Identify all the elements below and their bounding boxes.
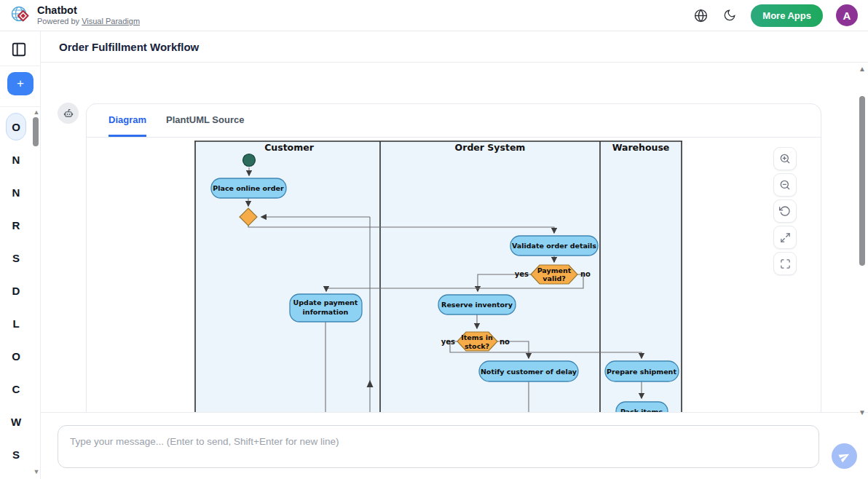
conversation-item-label: W [6,408,26,435]
chatbot-app: Chatbot Powered by Visual Paradigm More … [0,0,868,479]
chat-scrollbar-thumb[interactable] [859,96,865,266]
action-label: Prepare shipment [607,368,676,376]
conversation-item[interactable]: O [0,110,32,143]
decision-label: stock? [465,342,489,350]
globe-icon [694,9,708,23]
sidebar-scroll-up-arrow[interactable]: ▲ [32,108,41,116]
conversation-item-label: N [6,146,26,173]
conversation-item[interactable]: O [0,339,32,372]
visual-paradigm-logo-icon [10,5,31,25]
message-input[interactable] [58,425,819,468]
sidebar-scroll-down-arrow[interactable]: ▼ [32,468,41,475]
action-label: information [303,308,349,316]
tab-plantuml-source[interactable]: PlantUML Source [166,104,244,137]
edge-label-no: no [580,270,591,278]
conversation-item[interactable]: D [0,274,32,306]
edge-label-no: no [500,338,510,346]
conversation-item[interactable]: L [0,306,32,339]
fullscreen-corners-icon [780,258,791,269]
powered-by-text: Powered by [37,17,82,25]
lane-label-order-system: Order System [455,142,526,153]
edge-label-yes: yes [441,338,455,346]
conversation-item-label: N [6,178,26,206]
bot-message-card: Diagram PlantUML Source [86,103,821,412]
zoom-out-icon [779,179,791,191]
user-avatar[interactable]: A [836,4,858,26]
language-globe-button[interactable] [693,7,709,23]
brand-block: Chatbot Powered by Visual Paradigm [37,4,140,26]
conversation-item[interactable]: S [0,241,32,274]
new-chat-button[interactable]: + [7,72,33,95]
dark-mode-button[interactable] [722,7,738,23]
lane-label-customer: Customer [264,142,315,153]
powered-by: Powered by Visual Paradigm [37,17,140,26]
action-label: Validate order details [512,242,596,250]
bot-avatar [58,103,79,124]
left-sidebar: + O N N R S D L O C W S ▲ ▼ [0,31,41,479]
conversation-item[interactable]: R [0,208,32,241]
zoom-in-button[interactable] [773,147,797,170]
decision-label: Payment [537,266,572,274]
scroll-up-arrow[interactable]: ▲ [857,66,867,73]
order-fulfillment-activity-diagram: Customer Order System Warehouse [87,138,821,412]
lane-label-warehouse: Warehouse [612,142,670,153]
chat-scrollbar: ▲ ▼ [857,66,867,416]
app-title: Chatbot [37,4,140,17]
conversation-item[interactable]: S [0,438,32,470]
visual-paradigm-link[interactable]: Visual Paradigm [82,17,140,25]
page-title: Order Fulfillment Workflow [59,41,199,53]
action-label: Place online order [213,184,284,192]
decision-label: Items in [461,333,493,341]
conversation-item-label: L [6,309,26,337]
scroll-down-arrow[interactable]: ▼ [857,409,867,416]
header-actions: More Apps A [693,4,858,27]
conversation-item-label: S [6,440,26,468]
action-label: Reserve inventory [441,301,513,309]
conversation-item-label: O [6,113,26,140]
zoom-out-button[interactable] [773,173,797,197]
conversation-item[interactable]: N [0,175,32,208]
sidebar-divider [0,66,41,66]
expand-button[interactable] [773,226,797,249]
send-button[interactable] [832,443,857,469]
rotate-ccw-icon [779,205,791,217]
zoom-in-icon [779,153,791,165]
send-paper-plane-icon [837,448,853,464]
conversation-item[interactable]: N [0,143,32,175]
activity-diagram-canvas[interactable]: Customer Order System Warehouse [87,138,821,412]
conversation-list: O N N R S D L O C W S [0,110,32,470]
conversation-item-label: R [6,211,26,239]
decision-label: valid? [542,274,565,282]
expand-arrows-icon [780,232,791,243]
conversation-item-label: S [6,244,26,272]
conversation-item-label: D [6,277,26,304]
card-tabs: Diagram PlantUML Source [87,104,821,138]
start-node [243,154,256,167]
edge-label-yes: yes [515,270,529,278]
moon-icon [723,9,736,22]
tab-diagram[interactable]: Diagram [108,104,146,137]
sidebar-toggle-icon[interactable] [11,41,27,58]
action-label: Notify customer of delay [481,368,577,376]
conversation-item-label: C [6,375,26,403]
robot-icon [62,107,75,120]
sidebar-scrollbar-thumb[interactable] [33,117,39,146]
conversation-title-bar: Order Fulfillment Workflow [41,31,868,63]
conversation-item[interactable]: C [0,372,32,405]
sidebar-divider [0,106,41,107]
more-apps-button[interactable]: More Apps [751,4,823,27]
top-header: Chatbot Powered by Visual Paradigm More … [0,0,868,31]
fullscreen-button[interactable] [773,252,797,275]
action-label: Update payment [293,298,358,306]
message-input-bar [41,412,868,479]
reset-view-button[interactable] [773,199,797,223]
conversation-item[interactable]: W [0,405,32,438]
diagram-zoom-controls [773,147,797,275]
chat-message-area: Diagram PlantUML Source [41,63,868,412]
conversation-item-label: O [6,342,26,370]
